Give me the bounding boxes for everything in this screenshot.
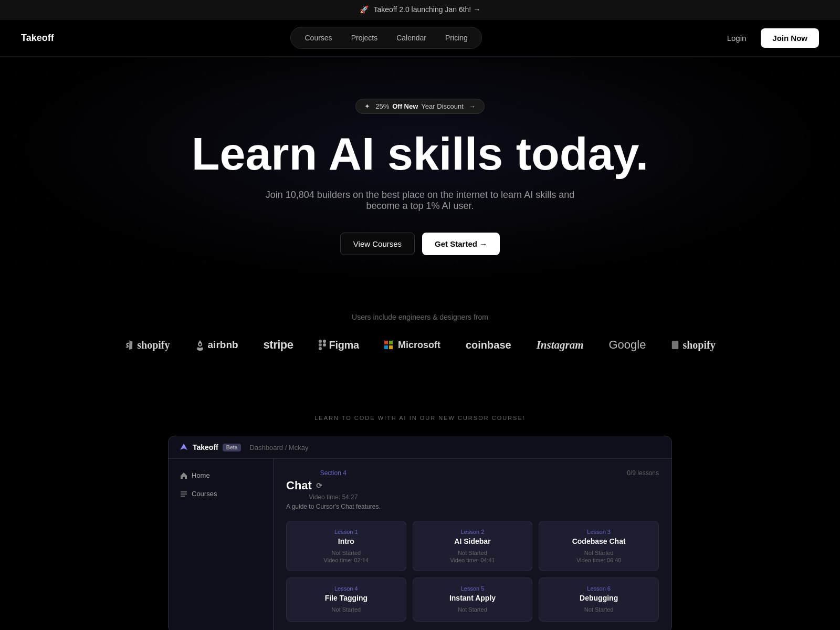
logo-shopify-2: shopify (671, 339, 715, 351)
logos-section: Users include engineers & designers from… (0, 287, 840, 383)
logos-label: Users include engineers & designers from (21, 313, 819, 321)
mockup-logo: Takeoff Beta (179, 443, 241, 452)
lesson-5-num: Lesson 5 (421, 585, 525, 592)
nav-link-calendar[interactable]: Calendar (388, 30, 435, 45)
lesson-2-time: Video time: 04:41 (421, 557, 525, 563)
mockup-logo-text: Takeoff (193, 443, 218, 452)
lesson-3-title: Codebase Chat (547, 537, 651, 545)
lessons-progress: 0/9 lessons (627, 469, 659, 477)
lesson-2-status: Not Started (421, 550, 525, 556)
sidebar-courses-label: Courses (192, 490, 217, 498)
announcement-text: Takeoff 2.0 launching Jan 6th! (373, 5, 471, 14)
section-label: Section 4 (286, 469, 381, 477)
hero-headline: Learn AI skills today. (10, 131, 830, 177)
mockup-topbar: Takeoff Beta Dashboard / Mckay (169, 436, 671, 459)
refresh-icon: ⟳ (316, 481, 322, 490)
sidebar-item-home[interactable]: Home (175, 467, 267, 484)
lesson-card-4[interactable]: Lesson 4 File Tagging Not Started (286, 578, 406, 622)
lesson-card-2[interactable]: Lesson 2 AI Sidebar Not Started Video ti… (413, 521, 533, 571)
hero-buttons: View Courses Get Started → (10, 233, 830, 255)
get-started-button[interactable]: Get Started → (422, 233, 500, 255)
lesson-5-title: Instant Apply (421, 594, 525, 602)
logo-stripe: stripe (264, 338, 293, 352)
airbnb-icon (195, 339, 205, 351)
badge-highlight: Off New (392, 102, 418, 110)
hero-subheadline: Join 10,804 builders on the best place o… (252, 190, 588, 212)
nav-link-courses[interactable]: Courses (296, 30, 340, 45)
mockup-content: Section 4 Chat ⟳ Video time: 54:27 A gui… (274, 459, 671, 630)
mockup-beta-badge: Beta (223, 444, 242, 452)
nav-links: Courses Projects Calendar Pricing (290, 27, 481, 49)
cursor-section: LEARN TO CODE WITH AI IN OUR NEW CURSOR … (0, 383, 840, 630)
hero-section: ✦ 25% Off New Year Discount → Learn AI s… (0, 57, 840, 287)
shopify2-icon (671, 340, 679, 350)
section-top-row: Section 4 Chat ⟳ Video time: 54:27 A gui… (286, 469, 659, 519)
lesson-card-6[interactable]: Lesson 6 Debugging Not Started (539, 578, 659, 622)
mockup-sidebar: Home Courses (169, 459, 274, 630)
lesson-1-status: Not Started (294, 550, 398, 556)
lesson-4-title: File Tagging (294, 594, 398, 602)
join-button[interactable]: Join Now (761, 28, 819, 48)
section-info: Section 4 Chat ⟳ Video time: 54:27 A gui… (286, 469, 381, 519)
section-title: Chat ⟳ (286, 479, 381, 492)
logo-instagram: Instagram (537, 339, 584, 352)
lesson-6-status: Not Started (547, 606, 651, 613)
logo-coinbase: coinbase (466, 339, 511, 351)
navigation: Takeoff Courses Projects Calendar Pricin… (0, 19, 840, 57)
lesson-1-time: Video time: 02:14 (294, 557, 398, 563)
section-desc: A guide to Cursor's Chat features. (286, 503, 381, 510)
lesson-4-status: Not Started (294, 606, 398, 613)
svg-rect-1 (323, 340, 326, 343)
sidebar-home-label: Home (192, 471, 210, 479)
sidebar-item-courses[interactable]: Courses (175, 486, 267, 502)
svg-rect-2 (319, 343, 322, 346)
shopify-icon (124, 340, 134, 350)
lesson-3-num: Lesson 3 (547, 529, 651, 535)
lesson-2-num: Lesson 2 (421, 529, 525, 535)
badge-post: Year Discount (421, 102, 463, 110)
section-meta: Video time: 54:27 (286, 494, 381, 501)
login-button[interactable]: Login (719, 29, 755, 47)
dashboard-mockup: Takeoff Beta Dashboard / Mckay Home Cour… (168, 436, 672, 630)
badge-pre: 25% (375, 102, 389, 110)
lesson-3-time: Video time: 06:40 (547, 557, 651, 563)
lesson-2-title: AI Sidebar (421, 537, 525, 545)
nav-link-projects[interactable]: Projects (343, 30, 386, 45)
lessons-grid: Lesson 1 Intro Not Started Video time: 0… (286, 521, 659, 622)
view-courses-button[interactable]: View Courses (340, 233, 415, 255)
lesson-card-3[interactable]: Lesson 3 Codebase Chat Not Started Video… (539, 521, 659, 571)
lesson-6-num: Lesson 6 (547, 585, 651, 592)
mockup-body: Home Courses Section 4 Chat ⟳ Vid (169, 459, 671, 630)
mockup-breadcrumb: Dashboard / Mckay (249, 444, 308, 452)
logo-shopify: shopify (124, 339, 170, 351)
lesson-card-1[interactable]: Lesson 1 Intro Not Started Video time: 0… (286, 521, 406, 571)
logos-row: shopify airbnb stripe Figma Micr (21, 338, 819, 352)
svg-rect-5 (672, 341, 678, 349)
rocket-icon: 🚀 (360, 5, 369, 14)
takeoff-logo-icon (179, 443, 188, 452)
svg-rect-4 (319, 347, 322, 350)
nav-link-pricing[interactable]: Pricing (437, 30, 476, 45)
lesson-3-status: Not Started (547, 550, 651, 556)
badge-arrow: → (469, 102, 476, 110)
logo-figma: Figma (319, 339, 359, 351)
lesson-card-5[interactable]: Lesson 5 Instant Apply Not Started (413, 578, 533, 622)
lesson-1-num: Lesson 1 (294, 529, 398, 535)
announcement-bar[interactable]: 🚀 Takeoff 2.0 launching Jan 6th! → (0, 0, 840, 19)
svg-rect-3 (323, 343, 326, 346)
svg-rect-0 (319, 340, 322, 343)
sparkle-icon: ✦ (364, 102, 370, 110)
promo-badge[interactable]: ✦ 25% Off New Year Discount → (355, 99, 485, 114)
courses-icon (180, 490, 187, 498)
logo-google: Google (609, 338, 646, 352)
figma-icon (319, 340, 326, 350)
lesson-1-title: Intro (294, 537, 398, 545)
announcement-arrow: → (473, 5, 480, 14)
nav-right: Login Join Now (719, 28, 819, 48)
microsoft-grid-icon (384, 341, 393, 349)
section-title-text: Chat (286, 479, 312, 492)
logo-airbnb: airbnb (195, 339, 238, 351)
logo-microsoft: Microsoft (384, 340, 440, 351)
lesson-5-status: Not Started (421, 606, 525, 613)
nav-logo[interactable]: Takeoff (21, 33, 54, 44)
